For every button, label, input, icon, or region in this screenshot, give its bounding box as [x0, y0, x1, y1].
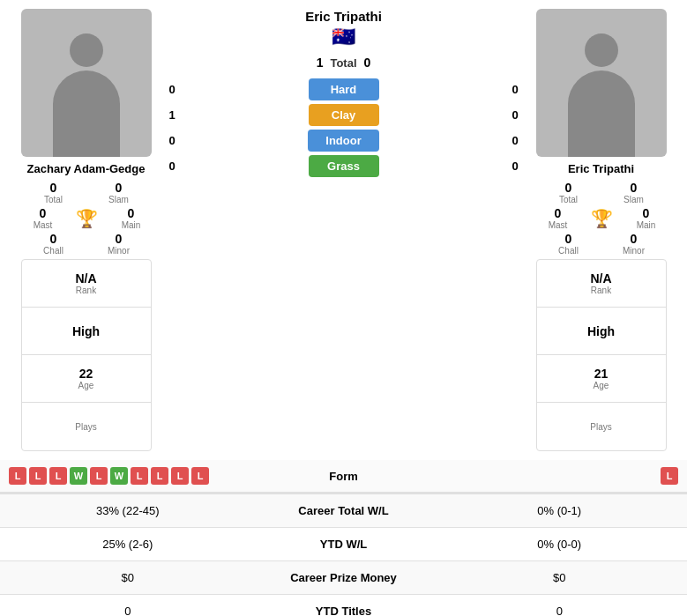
form-badge-left: L [49, 467, 67, 485]
grass-right: 0 [506, 160, 524, 173]
right-player-avatar [536, 9, 667, 157]
table-cell-right: $0 [432, 561, 688, 594]
right-high-value: High [587, 324, 615, 338]
right-slam-value: 0 [631, 181, 638, 195]
left-plays-label: Plays [75, 422, 96, 432]
right-main-value: 0 [643, 206, 650, 220]
left-slam-label: Slam [108, 195, 129, 204]
right-player-name-top: Eric Tripathi [305, 9, 382, 24]
left-main-value: 0 [128, 206, 135, 220]
left-player-name: Zachary Adam-Gedge [27, 162, 146, 175]
grass-left: 0 [163, 160, 181, 173]
bottom-table: 33% (22-45) Career Total W/L 0% (0-1) 25… [0, 493, 687, 616]
right-minor-label: Minor [623, 246, 645, 256]
form-right-badges: L [432, 460, 688, 492]
right-mast-value: 0 [555, 206, 562, 220]
table-cell-center: YTD W/L [256, 528, 432, 560]
table-cell-right: 0 [432, 595, 688, 616]
form-badge-left: L [29, 467, 47, 485]
right-main-label: Main [637, 220, 656, 230]
right-plays-label: Plays [590, 422, 611, 432]
right-age-value: 21 [594, 367, 609, 381]
left-age-label: Age [78, 381, 94, 390]
form-left-badges: LLLWLWLLLL [0, 460, 256, 492]
left-trophy-icon: 🏆 [76, 208, 98, 229]
right-age-label: Age [594, 381, 609, 390]
right-total-label: Total [559, 195, 578, 204]
table-row: 25% (2-6) YTD W/L 0% (0-0) [0, 528, 687, 561]
form-label: Form [256, 460, 432, 492]
table-cell-left: $0 [0, 561, 256, 594]
form-badge-left: L [171, 467, 189, 485]
form-badge-left: L [151, 467, 168, 485]
left-mast-value: 0 [40, 206, 47, 220]
center-total-right: 0 [364, 56, 371, 70]
right-chall-label: Chall [558, 246, 579, 256]
table-row: 33% (22-45) Career Total W/L 0% (0-1) [0, 494, 687, 528]
form-badge-left: L [90, 467, 108, 485]
left-player-stats: 0 Total 0 Slam 0 Mast 🏆 0 Main [21, 181, 152, 256]
right-rank-label: Rank [591, 286, 611, 295]
right-player-stats: 0 Total 0 Slam 0 Mast 🏆 0 Main [536, 181, 667, 256]
indoor-row: 0 Indoor 0 [163, 130, 524, 152]
form-badge-left: L [9, 467, 26, 485]
left-chall-label: Chall [43, 246, 63, 256]
clay-row: 1 Clay 0 [163, 104, 524, 126]
hard-left: 0 [163, 83, 181, 96]
clay-left: 1 [163, 108, 181, 122]
table-cell-left: 25% (2-6) [0, 528, 256, 560]
left-main-label: Main [122, 220, 141, 230]
center-total-label: Total [330, 56, 356, 70]
table-cell-center: YTD Titles [256, 595, 432, 616]
right-mast-label: Mast [549, 220, 568, 230]
grass-row: 0 Grass 0 [163, 155, 524, 177]
left-player-info-panel: N/A Rank High 22 Age Plays [21, 259, 152, 451]
indoor-right: 0 [506, 134, 524, 147]
form-badge-left: L [131, 467, 148, 485]
table-row: 0 YTD Titles 0 [0, 595, 687, 616]
grass-badge: Grass [309, 155, 379, 177]
right-player-name: Eric Tripathi [568, 162, 634, 175]
left-minor-value: 0 [116, 232, 123, 246]
table-cell-left: 0 [0, 595, 256, 616]
hard-row: 0 Hard 0 [163, 78, 524, 100]
right-trophy-icon: 🏆 [591, 208, 613, 229]
table-cell-right: 0% (0-1) [432, 494, 688, 527]
right-slam-label: Slam [624, 195, 644, 204]
left-minor-label: Minor [108, 246, 130, 256]
right-player-block: Eric Tripathi 0 Total 0 Slam 0 Mast 🏆 [524, 9, 678, 451]
left-total-label: Total [44, 195, 63, 204]
left-rank-label: Rank [76, 286, 96, 295]
right-player-info-panel: N/A Rank High 21 Age Plays [536, 259, 667, 451]
right-total-value: 0 [565, 181, 572, 195]
form-badge-left: W [110, 467, 128, 485]
table-cell-left: 33% (22-45) [0, 494, 256, 527]
clay-badge: Clay [309, 104, 379, 126]
right-chall-value: 0 [565, 232, 572, 246]
form-badge-left: W [70, 467, 87, 485]
hard-right: 0 [506, 83, 524, 96]
form-badge-left: L [191, 467, 209, 485]
left-mast-label: Mast [34, 220, 53, 230]
right-rank-value: N/A [590, 271, 611, 286]
left-player-avatar [21, 9, 152, 157]
surface-rows: 0 Hard 0 1 Clay 0 0 Indoor 0 0 Grass 0 [163, 78, 524, 177]
indoor-left: 0 [163, 134, 181, 147]
center-total-left: 1 [317, 56, 324, 70]
left-age-value: 22 [79, 367, 93, 381]
center-block: Eric Tripathi 🇦🇺 1 Total 0 0 Hard 0 1 Cl… [163, 9, 524, 451]
left-rank-value: N/A [75, 271, 96, 286]
left-slam-value: 0 [116, 181, 123, 195]
indoor-badge: Indoor [308, 130, 378, 152]
left-total-value: 0 [50, 181, 57, 195]
table-cell-center: Career Total W/L [256, 494, 432, 527]
left-chall-value: 0 [50, 232, 57, 246]
clay-right: 0 [506, 108, 524, 122]
table-cell-center: Career Prize Money [256, 561, 432, 594]
table-row: $0 Career Prize Money $0 [0, 561, 687, 595]
left-player-block: Zachary Adam-Gedge 0 Total 0 Slam 0 Mast [9, 9, 163, 451]
right-flag-top: 🇦🇺 [332, 26, 355, 48]
hard-badge: Hard [309, 78, 379, 100]
left-high-value: High [72, 324, 100, 338]
right-minor-value: 0 [631, 232, 638, 246]
